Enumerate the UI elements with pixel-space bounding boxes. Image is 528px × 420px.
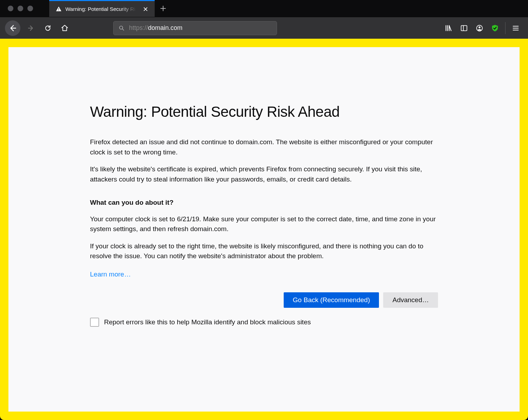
zoom-window-button[interactable] [27, 6, 33, 11]
error-paragraph-1: Firefox detected an issue and did not co… [90, 137, 438, 157]
search-icon [118, 25, 125, 31]
sidebar-button[interactable] [457, 21, 471, 35]
url-scheme: https:// [129, 24, 148, 31]
protections-button[interactable] [488, 21, 502, 35]
close-icon [143, 7, 148, 12]
toolbar-right [441, 21, 523, 35]
svg-rect-3 [461, 25, 467, 31]
plus-icon [160, 5, 167, 12]
warning-triangle-icon [56, 6, 62, 12]
reload-icon [44, 24, 52, 32]
minimize-window-button[interactable] [18, 6, 23, 11]
error-paragraph-4: If your clock is already set to the righ… [90, 241, 438, 261]
home-button[interactable] [58, 21, 72, 35]
home-icon [61, 24, 69, 32]
url-text: https://domain.com [129, 24, 182, 32]
app-menu-button[interactable] [508, 21, 523, 35]
error-paragraph-3: Your computer clock is set to 6/21/19. M… [90, 214, 438, 234]
error-paragraph-2: It's likely the website's certificate is… [90, 164, 438, 184]
titlebar: Warning: Potential Security Risk Ahead [0, 0, 528, 17]
subheading: What can you do about it? [90, 198, 438, 208]
sidebar-icon [460, 24, 468, 32]
tab-active[interactable]: Warning: Potential Security Risk Ahead [49, 0, 155, 17]
window-controls [0, 0, 49, 17]
nav-toolbar: https://domain.com [0, 17, 528, 39]
arrow-left-icon [8, 24, 17, 33]
library-icon [445, 24, 452, 32]
svg-point-5 [478, 26, 481, 28]
svg-rect-1 [58, 10, 59, 11]
report-label: Report errors like this to help Mozilla … [104, 318, 311, 326]
arrow-right-icon [27, 24, 35, 32]
content-frame: Warning: Potential Security Risk Ahead F… [0, 39, 528, 420]
page-title: Warning: Potential Security Risk Ahead [90, 103, 438, 120]
svg-rect-0 [58, 8, 59, 10]
url-host: domain.com [148, 24, 182, 31]
url-bar[interactable]: https://domain.com [113, 21, 277, 35]
new-tab-button[interactable] [155, 0, 172, 17]
hamburger-icon [512, 24, 520, 32]
button-row: Go Back (Recommended) Advanced… [90, 292, 438, 308]
error-card: Warning: Potential Security Risk Ahead F… [90, 103, 438, 412]
separator [505, 22, 506, 34]
error-page: Warning: Potential Security Risk Ahead F… [8, 47, 520, 412]
account-icon [476, 24, 483, 32]
go-back-button[interactable]: Go Back (Recommended) [284, 292, 379, 308]
report-checkbox[interactable] [90, 318, 99, 327]
reload-button[interactable] [41, 21, 55, 35]
shield-check-icon [491, 24, 499, 32]
report-row: Report errors like this to help Mozilla … [90, 318, 438, 327]
svg-point-2 [120, 26, 123, 29]
advanced-button[interactable]: Advanced… [383, 292, 438, 308]
tab-title: Warning: Potential Security Risk Ahead [65, 6, 138, 12]
tab-close-button[interactable] [141, 5, 150, 13]
library-button[interactable] [441, 21, 456, 35]
learn-more-link[interactable]: Learn more… [90, 271, 131, 278]
back-button[interactable] [5, 20, 20, 36]
close-window-button[interactable] [8, 6, 13, 11]
forward-button[interactable] [24, 21, 38, 35]
account-button[interactable] [472, 21, 487, 35]
